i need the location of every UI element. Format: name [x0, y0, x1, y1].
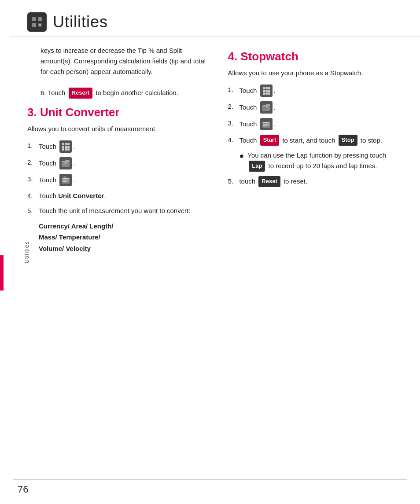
page-title: Utilities — [53, 13, 108, 31]
start-button[interactable]: Start — [260, 135, 280, 146]
svg-text:3500: 3500 — [63, 177, 66, 178]
s4-step1-period: . — [274, 85, 276, 96]
step-num: 1. — [27, 140, 39, 151]
section4-desc: Allows you to use your phone as a Stopwa… — [228, 68, 402, 78]
step-num: 3. — [228, 118, 239, 129]
step3-period: . — [73, 175, 75, 185]
bullet-text2: to record up to 20 laps and lap times. — [266, 161, 377, 171]
section4-step5-list: 5. touch Reset to reset. — [228, 176, 402, 187]
lap-button[interactable]: Lap — [249, 161, 265, 172]
step1-text: Touch — [39, 141, 58, 152]
svg-rect-27 — [263, 90, 265, 92]
s4-step4-text2: to start, and touch — [280, 135, 337, 146]
svg-rect-28 — [265, 90, 268, 92]
step-body: Touch Start to start, and touch Stop to … — [239, 135, 382, 146]
svg-rect-12 — [65, 148, 67, 151]
step5-text: Touch the unit of measurement you want t… — [39, 207, 190, 214]
page-number: 76 — [18, 484, 28, 495]
section3-step2: 2. Touch . — [27, 157, 210, 169]
step-num: 3. — [27, 174, 39, 184]
intro-text-block: keys to increase or decrease the Tip % a… — [41, 45, 210, 99]
svg-rect-0 — [32, 17, 36, 21]
step-num: 4. — [228, 135, 239, 145]
step-body: touch Reset to reset. — [239, 176, 307, 187]
svg-rect-8 — [62, 146, 64, 148]
step3-text: Touch — [39, 175, 58, 185]
step4-text: Touch Unit Converter. — [39, 191, 106, 201]
section4-steps: 1. Touch — [228, 85, 402, 146]
bullet-dot: ● — [239, 150, 244, 162]
svg-rect-26 — [268, 87, 270, 89]
left-column: keys to increase or decrease the Tip % a… — [27, 45, 223, 254]
section3-desc: Allows you to convert units of measureme… — [27, 124, 210, 134]
svg-rect-6 — [65, 143, 67, 145]
stop-button[interactable]: Stop — [339, 135, 357, 146]
section4-step2: 2. Touch . — [228, 101, 402, 114]
section4-step1: 1. Touch — [228, 85, 402, 97]
svg-rect-10 — [67, 146, 70, 148]
s4-step4-text3: to stop. — [359, 135, 382, 146]
s4-step5-text2: to reset. — [282, 176, 307, 187]
step-body: Touch — [239, 85, 275, 97]
list-icon-1: 3500 — [59, 174, 72, 186]
step4-row1: Touch Start to start, and touch Stop to … — [239, 135, 382, 146]
section3-heading: 3. Unit Converter — [27, 106, 210, 119]
intro-para1: keys to increase or decrease the Tip % a… — [41, 45, 210, 77]
bullet-row: You can use the Lap function by pressing… — [247, 150, 402, 172]
section4-step4: 4. Touch Start to start, and touch Stop … — [228, 135, 402, 146]
reset-button[interactable]: Reset — [258, 176, 280, 187]
step-body: Touch the unit of measurement you want t… — [39, 206, 190, 216]
step-num: 5. — [228, 176, 239, 187]
step-num: 2. — [27, 157, 39, 168]
step-num: 5. — [27, 206, 39, 216]
sidebar-accent — [0, 255, 4, 291]
step6-num: 6. Touch — [41, 88, 67, 98]
svg-rect-13 — [67, 148, 70, 151]
svg-rect-30 — [263, 92, 265, 95]
grid-icon-2 — [260, 85, 273, 97]
svg-rect-5 — [62, 143, 64, 145]
section3-step1: 1. Touch — [27, 140, 210, 153]
svg-rect-11 — [62, 148, 64, 151]
bullet-lap: ● You can use the Lap function by pressi… — [239, 150, 402, 172]
s4-step3-text: Touch — [239, 119, 258, 129]
svg-rect-32 — [268, 92, 270, 95]
right-column: 4. Stopwatch Allows you to use your phon… — [223, 45, 402, 254]
svg-rect-39 — [263, 124, 269, 125]
step-num: 4. — [27, 191, 39, 201]
s4-step5-text1: touch — [239, 176, 257, 187]
section3-step5: 5. Touch the unit of measurement you wan… — [27, 206, 210, 216]
s4-step3-period: . — [274, 119, 276, 129]
section3-step4: 4. Touch Unit Converter. — [27, 191, 210, 201]
s4-step1-text: Touch — [239, 85, 258, 96]
svg-rect-20 — [63, 180, 69, 180]
svg-rect-25 — [265, 87, 268, 89]
page-header: Utilities — [10, 0, 420, 37]
resert-button[interactable]: Resert — [69, 88, 92, 99]
step-body: Touch . — [239, 118, 275, 130]
step6-row: 6. Touch Resert to begin another calcula… — [41, 88, 210, 99]
svg-rect-21 — [63, 181, 67, 182]
step-body: Touch . — [239, 101, 275, 114]
grid-icon-1 — [59, 140, 72, 153]
section4-heading: 4. Stopwatch — [228, 50, 402, 63]
section4-step5: 5. touch Reset to reset. — [228, 176, 402, 187]
section3-step3: 3. Touch 3500 . — [27, 174, 210, 186]
bullet-text: You can use the Lap function by pressing… — [247, 150, 402, 172]
svg-rect-29 — [268, 90, 270, 92]
s4-step4-text1: Touch — [239, 135, 258, 146]
svg-rect-24 — [263, 87, 265, 89]
step-body: Touch — [39, 140, 75, 153]
step6-text: to begin another calculation. — [94, 88, 178, 98]
svg-rect-1 — [38, 17, 42, 21]
list-icon-2 — [260, 118, 273, 130]
svg-rect-31 — [265, 92, 268, 95]
svg-rect-2 — [32, 23, 36, 27]
step-body: Touch . — [39, 157, 75, 169]
step1-period: . — [73, 141, 75, 152]
step-num: 1. — [228, 85, 239, 95]
folder-icon-1 — [59, 157, 72, 169]
svg-point-4 — [39, 24, 41, 26]
svg-rect-7 — [67, 143, 70, 145]
bottom-divider — [13, 479, 407, 480]
